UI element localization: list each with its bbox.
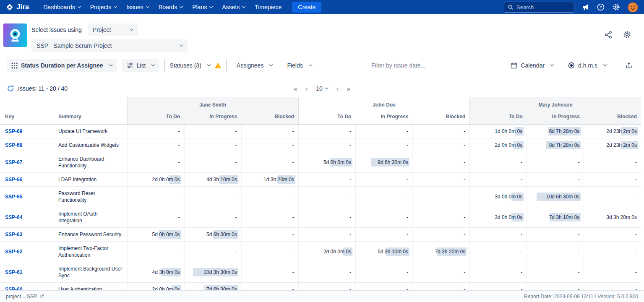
issue-key-link[interactable]: SSP-64 (5, 214, 22, 220)
nav-item-boards[interactable]: Boards (159, 4, 183, 10)
issue-key-link[interactable]: SSP-62 (5, 249, 22, 255)
create-button[interactable]: Create (292, 2, 321, 13)
duration-cell: 2d 23h 2m 0s (584, 138, 641, 152)
issue-key-link[interactable]: SSP-61 (5, 269, 22, 275)
view-label: List (137, 62, 146, 69)
share-icon[interactable] (604, 31, 613, 39)
next-page-button[interactable]: › (336, 85, 339, 92)
project-select[interactable]: SSP - Sample Scrum Project (31, 39, 188, 52)
issue-row: SSP-65Password Reset Functionality------… (0, 187, 641, 207)
issue-source-mode-select[interactable]: Project (88, 23, 138, 36)
duration-cell-empty: - (298, 138, 355, 152)
duration-cell-empty: - (184, 152, 241, 173)
duration-cell: 3d 0h 0m 0s (470, 207, 527, 228)
user-avatar[interactable] (628, 2, 638, 13)
status-column-header: To Do (470, 111, 527, 125)
duration-cell-empty: - (413, 262, 470, 283)
duration-cell-empty: - (470, 242, 527, 262)
last-page-button[interactable]: » (347, 85, 350, 92)
chevron-down-icon (242, 5, 245, 8)
duration-format-icon (568, 62, 575, 69)
time-format-selector[interactable]: d.h.m.s (563, 59, 611, 72)
chevron-down-icon (603, 63, 607, 66)
duration-cell-empty: - (584, 242, 641, 262)
nav-item-issues[interactable]: Issues (126, 4, 149, 10)
issue-key-link[interactable]: SSP-68 (5, 142, 22, 148)
duration-value: 3d 0h 0m 0s (495, 214, 522, 220)
help-icon[interactable]: ? (597, 3, 605, 11)
chevron-down-icon (180, 5, 183, 8)
view-selector[interactable]: List (122, 59, 159, 72)
first-page-button[interactable]: « (294, 85, 297, 92)
issue-key-cell: SSP-69 (0, 125, 57, 138)
duration-cell-empty: - (527, 262, 584, 283)
status-column-header: Blocked (413, 111, 470, 125)
issue-key-cell: SSP-62 (0, 242, 57, 262)
announcements-icon[interactable] (581, 3, 589, 11)
duration-cell-empty: - (413, 138, 470, 152)
nav-item-timepiece[interactable]: Timepiece (255, 4, 282, 10)
duration-cell-empty: - (355, 173, 412, 187)
duration-cell-empty: - (298, 187, 355, 207)
report-settings-gear-icon[interactable] (623, 30, 631, 39)
report-table: Jane SmithJohn DoeMary JohnsonKeySummary… (0, 97, 641, 290)
duration-cell: 2d 0h 0m 0s (470, 138, 527, 152)
duration-cell: 6d 7h 28m 0s (527, 125, 584, 138)
duration-cell-empty: - (413, 125, 470, 138)
group-header-spacer (0, 97, 127, 111)
jira-home-link[interactable]: Jira (6, 3, 29, 11)
issue-date-filter-input[interactable] (371, 62, 451, 69)
duration-cell-empty: - (355, 138, 412, 152)
refresh-button[interactable] (7, 85, 14, 92)
status-column-header: In Progress (184, 111, 241, 125)
fields-selector[interactable]: Fields (282, 59, 316, 72)
report-table-body: SSP-69Update UI Framework------1d 0h 0m … (0, 125, 641, 291)
nav-item-projects[interactable]: Projects (90, 4, 117, 10)
nav-item-label: Timepiece (255, 4, 282, 10)
duration-cell-empty: - (527, 283, 584, 291)
settings-gear-icon[interactable] (612, 3, 621, 11)
jql-filter-link[interactable]: project = SSP (6, 294, 44, 299)
issue-row: SSP-60User Authentication2d 0h 0m 0s7d 6… (0, 283, 641, 291)
duration-cell-empty: - (584, 173, 641, 187)
export-button[interactable] (621, 59, 637, 72)
nav-item-label: Projects (90, 4, 112, 10)
global-search[interactable] (504, 2, 574, 13)
page: Jira Dashboards Projects Issues Boards P… (0, 0, 644, 302)
assignee-group-header: John Doe (298, 97, 469, 111)
page-size-select[interactable]: 10 (316, 85, 328, 92)
issue-key-link[interactable]: SSP-69 (5, 128, 22, 134)
duration-cell: 3d 3h 20m 0s (584, 207, 641, 228)
calendar-selector[interactable]: Calendar (506, 59, 558, 72)
prev-page-button[interactable]: ‹ (305, 85, 308, 92)
duration-cell: 8d 7h 28m 0s (527, 138, 584, 152)
nav-item-assets[interactable]: Assets (222, 4, 245, 10)
nav-item-plans[interactable]: Plans (192, 4, 212, 10)
issue-summary: Implement Background User Sync (57, 262, 127, 283)
duration-cell-empty: - (184, 242, 241, 262)
key-column-header: Key (0, 111, 57, 125)
issue-key-link[interactable]: SSP-60 (5, 286, 22, 290)
duration-cell-empty: - (241, 138, 298, 152)
issue-row: SSP-69Update UI Framework------1d 0h 0m … (0, 125, 641, 138)
issue-key-link[interactable]: SSP-67 (5, 159, 22, 165)
issue-key-link[interactable]: SSP-65 (5, 194, 22, 200)
nav-item-dashboards[interactable]: Dashboards (43, 4, 81, 10)
report-type-selector[interactable]: Status Duration per Assignee (7, 59, 117, 72)
duration-cell-empty: - (470, 228, 527, 242)
search-input[interactable] (516, 4, 571, 10)
duration-cell-empty: - (298, 173, 355, 187)
pager: « ‹ 10 › » (294, 85, 350, 92)
report-info-text: Report Date: 2024-05-09 13:11 / Version:… (524, 294, 638, 299)
issue-key-link[interactable]: SSP-63 (5, 232, 22, 237)
issue-summary: LDAP Integration (57, 173, 127, 187)
issue-key-link[interactable]: SSP-66 (5, 177, 22, 182)
assignees-filter[interactable]: Assignees (232, 59, 277, 72)
top-navigation: Jira Dashboards Projects Issues Boards P… (0, 0, 644, 14)
statuses-filter[interactable]: Statuses (3) (164, 59, 226, 72)
duration-value: 10d 6h 30m 0s (546, 194, 579, 200)
status-column-header: Blocked (241, 111, 298, 125)
nav-item-label: Boards (159, 4, 177, 10)
duration-cell-empty: - (527, 228, 584, 242)
duration-cell: 5d 6h 30m 0s (184, 228, 241, 242)
